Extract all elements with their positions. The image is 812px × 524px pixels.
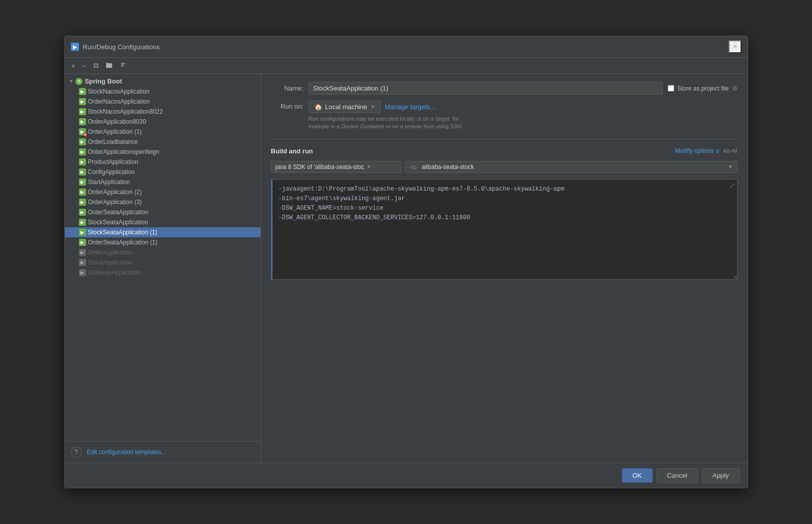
edit-templates-link[interactable]: Edit configuration templates... [87, 449, 166, 456]
tree-item-label: OrderApplicationopenfeign [88, 148, 159, 155]
sidebar: ▼ S Spring Boot ▶StockNacosApplication▶O… [65, 74, 261, 463]
tree-item-label: OrderApplication (1) [88, 128, 142, 135]
remove-button[interactable]: − [80, 60, 89, 71]
cp-label: -cp [409, 164, 417, 170]
store-gear-icon[interactable]: ⚙ [732, 85, 738, 92]
tree-item[interactable]: ▶OrderApplication [65, 247, 260, 257]
dialog-icon: ▶ [71, 43, 79, 51]
build-run-header: Build and run Modify options ∨ Alt+M [271, 147, 738, 155]
title-bar: ▶ Run/Debug Configurations × [65, 36, 748, 58]
copy-button[interactable]: ⧉ [91, 60, 101, 71]
tree-item-label: StockNacosApplication [88, 88, 150, 95]
tree-item-label: OrderApplication (2) [88, 189, 142, 196]
app-run-icon: ▶ [79, 209, 86, 216]
manage-targets-link[interactable]: Manage targets... [385, 103, 435, 111]
sidebar-tree: ▼ S Spring Boot ▶StockNacosApplication▶O… [65, 74, 260, 441]
tree-item-label: GatewayApplication [88, 269, 141, 276]
app-run-icon: ▶ [79, 108, 86, 115]
app-run-icon: ▶ [79, 229, 86, 236]
tree-item-label: ProductApplication [88, 158, 138, 165]
app-run-icon: ▶ [79, 168, 86, 176]
tree-item[interactable]: ▶StockNacosApplication8022 [65, 107, 260, 117]
tree-item[interactable]: ▶OrderApplication8030 [65, 117, 260, 127]
app-run-icon: ▶ [79, 189, 86, 196]
tree-item[interactable]: ▶StockSeataApplication [65, 217, 260, 227]
tree-item[interactable]: ▶StockSeataApplication (1) [65, 227, 260, 237]
modify-options-button[interactable]: Modify options ∨ [675, 147, 720, 154]
house-icon: 🏠 [314, 103, 322, 111]
tree-item[interactable]: ▶OrderSeataApplication (1) [65, 237, 260, 247]
tree-item-label: StockSeataApplication [88, 219, 148, 226]
tree-item[interactable]: ▶StartApplication [65, 177, 260, 187]
expand-arrow: ▼ [69, 78, 74, 84]
build-run-title: Build and run [271, 147, 313, 155]
local-machine-button[interactable]: 🏠 Local machine ▼ [309, 101, 381, 113]
modify-options-label: Modify options [675, 147, 714, 154]
tree-item[interactable]: ▶OrderApplication (2) [65, 187, 260, 197]
tree-item-label: StockSeataApplication (1) [88, 229, 157, 236]
spring-boot-icon: S [75, 78, 82, 85]
close-button[interactable]: × [729, 40, 741, 53]
tree-item[interactable]: ▶✕OrderApplication (1) [65, 127, 260, 137]
svg-rect-0 [106, 63, 112, 68]
run-on-row: Run on: 🏠 Local machine ▼ Manage targets… [271, 101, 738, 131]
toolbar: + − ⧉ [65, 58, 748, 74]
java-sdk-row: java 8 SDK of 'alibaba-seata-stoc ▼ -cp … [271, 161, 738, 173]
cancel-button[interactable]: Cancel [657, 468, 698, 483]
sort-icon [120, 61, 127, 68]
dropdown-arrow-icon: ▼ [370, 104, 375, 110]
run-debug-dialog: ▶ Run/Debug Configurations × + − ⧉ [64, 36, 748, 488]
sidebar-footer-row: ? Edit configuration templates... [71, 447, 254, 458]
store-project-checkbox[interactable] [668, 85, 674, 92]
svg-rect-1 [106, 63, 109, 64]
dialog-title: Run/Debug Configurations [83, 43, 725, 51]
help-button[interactable]: ? [71, 447, 82, 458]
local-machine-text: Local machine [325, 103, 368, 111]
tree-item-label: OrderNacosApplication [88, 98, 150, 105]
vm-options-textarea[interactable] [271, 179, 738, 280]
java-sdk-label: java 8 SDK of 'alibaba-seata-stoc [276, 163, 365, 170]
modify-options-area: Modify options ∨ Alt+M [675, 147, 738, 154]
name-row: Name: Store as project file ⚙ [271, 82, 738, 95]
tree-item[interactable]: ▶OrderNacosApplication [65, 97, 260, 107]
spring-boot-group[interactable]: ▼ S Spring Boot [65, 76, 260, 86]
cp-select[interactable]: -cp alibaba-seata-stock ▼ [405, 161, 738, 173]
apply-button[interactable]: Apply [702, 468, 740, 483]
folder-button[interactable] [103, 60, 115, 71]
tree-item-label: StartApplication [88, 179, 130, 186]
tree-item[interactable]: ▶ProductApplication [65, 157, 260, 167]
run-on-hint: Run configurations may be executed local… [309, 115, 464, 131]
run-on-right: 🏠 Local machine ▼ Manage targets... Run … [309, 101, 464, 131]
app-run-icon: ▶ [79, 269, 86, 276]
tree-item-label: OrderApplication8030 [88, 118, 146, 125]
spring-boot-section: ▼ S Spring Boot ▶StockNacosApplication▶O… [65, 74, 260, 280]
tree-item[interactable]: ▶StockNacosApplication [65, 86, 260, 97]
tree-item[interactable]: ▶OrderLoadbalance [65, 137, 260, 147]
tree-item[interactable]: ▶OrderSeataApplication [65, 207, 260, 217]
collapse-icon[interactable]: ⤢ [730, 181, 736, 189]
main-panel: Name: Store as project file ⚙ Run on: 🏠 … [261, 74, 748, 463]
tree-item-label: OrderSeataApplication (1) [88, 239, 158, 246]
tree-item-label: OrderLoadbalance [88, 138, 138, 145]
tree-item-label: OrderApplication [88, 249, 133, 256]
tree-item[interactable]: ▶OrderApplicationopenfeign [65, 147, 260, 157]
app-run-icon: ▶✕ [79, 128, 86, 135]
folder-icon [106, 61, 113, 68]
java-sdk-select[interactable]: java 8 SDK of 'alibaba-seata-stoc ▼ [271, 161, 402, 173]
app-run-icon: ▶ [79, 239, 86, 246]
add-button[interactable]: + [69, 60, 78, 71]
name-input[interactable] [309, 82, 663, 95]
app-run-icon: ▶ [79, 138, 86, 145]
app-run-icon: ▶ [79, 148, 86, 155]
name-label: Name: [271, 84, 304, 92]
chevron-down-icon: ∨ [715, 147, 720, 154]
tree-item[interactable]: ▶ConfigApplication [65, 167, 260, 177]
ok-button[interactable]: OK [622, 468, 653, 483]
run-on-label: Run on: [271, 103, 304, 110]
tree-item[interactable]: ▶StockApplication [65, 257, 260, 268]
app-run-icon: ▶ [79, 219, 86, 226]
alt-m-badge: Alt+M [723, 148, 737, 154]
sort-button[interactable] [117, 60, 129, 71]
tree-item[interactable]: ▶OrderApplication (3) [65, 197, 260, 207]
tree-item[interactable]: ▶GatewayApplication [65, 268, 260, 278]
